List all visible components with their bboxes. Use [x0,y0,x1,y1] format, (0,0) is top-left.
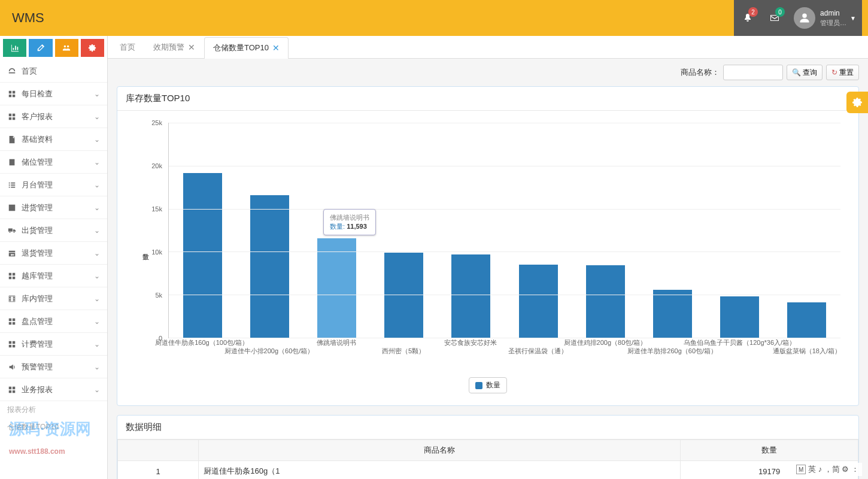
grid-icon [7,113,17,121]
sidebar-item[interactable]: 库内管理⌄ [0,287,107,310]
x-tick-label: 厨道佳牛肋条160g（100包/箱） [155,338,248,347]
bar[interactable] [183,173,222,338]
tab-close-icon[interactable]: ✕ [188,43,195,52]
bar-slot [706,123,773,338]
messages-button[interactable]: 0 [761,0,788,36]
pencil-icon [37,44,45,52]
bar[interactable] [519,265,558,338]
user-icon [799,12,811,24]
x-tick-label: 佛跳墙说明书 [317,338,356,347]
chart-panel-title: 库存数量TOP10 [117,87,858,111]
search-label: 商品名称： [681,67,720,78]
sidebar-item[interactable]: 预警管理⌄ [0,356,107,378]
bar-slot [169,123,236,338]
user-menu[interactable]: admin 管理员… ▼ [788,0,862,36]
sidebar-item[interactable]: 计费管理⌄ [0,333,107,356]
sidebar: 首页每日检查⌄客户报表⌄基础资料⌄储位管理⌄月台管理⌄进货管理⌄出货管理⌄退货管… [0,36,108,479]
bar[interactable] [787,302,826,338]
chart-panel: 库存数量TOP10 数量 05k10k15k20k25k 佛跳墙说明书数量: 1… [117,86,859,406]
table-row[interactable]: 1厨道佳牛肋条160g（119179 [118,461,858,480]
x-tick-label: 通版盆菜锅（18入/箱） [773,347,841,356]
return-icon [7,249,17,257]
sidebar-item[interactable]: 储位管理⌄ [0,151,107,174]
bar[interactable] [720,296,759,338]
gear-icon [852,97,863,108]
chevron-down-icon: ⌄ [94,181,100,189]
data-table: 商品名称数量 1厨道佳牛肋条160g（1191792厨道佳牛小排200g（616… [117,439,858,479]
search-button[interactable]: 🔍查询 [787,65,823,80]
user-role: 管理员… [820,19,846,27]
bar-slot [639,123,706,338]
sidebar-footer-2[interactable]: 仓储数量TOP10 [0,419,107,436]
x-tick-label: 圣祺行保温袋（通） [508,347,567,356]
nav-label: 退货管理 [22,248,94,259]
header-right: 2 0 admin 管理员… ▼ [734,0,862,36]
sidebar-item[interactable]: 进货管理⌄ [0,196,107,219]
settings-drawer-toggle[interactable] [846,92,868,113]
sidebar-item[interactable]: 盘点管理⌄ [0,310,107,333]
sidebar-item[interactable]: 出货管理⌄ [0,219,107,242]
x-tick-label: 西州密（5颗） [382,347,425,356]
sidebar-item[interactable]: 客户报表⌄ [0,105,107,128]
tool-settings-button[interactable] [81,39,104,57]
product-name-input[interactable] [723,65,783,80]
nav-label: 首页 [22,66,100,77]
users-icon [62,44,71,52]
bar-slot [773,123,840,338]
bar-slot [572,123,639,338]
truck-icon [7,226,17,235]
grid-icon [7,386,17,394]
tab[interactable]: 首页 [111,37,144,58]
tab-label: 仓储数量TOP10 [213,43,269,53]
tool-users-button[interactable] [55,39,78,57]
bar-slot [236,123,303,338]
row-name: 厨道佳牛肋条160g（1 [199,461,681,480]
table-panel-title: 数据明细 [117,416,858,439]
y-tick: 25k [151,119,162,126]
sidebar-toolbar [0,36,107,60]
reset-button[interactable]: ↻重置 [826,65,859,80]
user-text: admin 管理员… [820,9,846,27]
tool-chart-button[interactable] [3,39,26,57]
bar-slot [371,123,438,338]
sidebar-item[interactable]: 每日检查⌄ [0,83,107,105]
tab-label: 首页 [120,42,135,53]
tab[interactable]: 仓储数量TOP10✕ [204,37,289,59]
nav-label: 出货管理 [22,225,94,236]
bar[interactable] [250,195,289,338]
bar[interactable] [653,290,692,338]
legend-item[interactable]: 数量 [469,377,507,393]
sidebar-item[interactable]: 退货管理⌄ [0,242,107,265]
sidebar-item[interactable]: 基础资料⌄ [0,128,107,151]
chevron-down-icon: ⌄ [94,204,100,212]
tool-edit-button[interactable] [29,39,52,57]
table-panel: 数据明细 商品名称数量 1厨道佳牛肋条160g（1191792厨道佳牛小排200… [117,415,859,479]
sidebar-item[interactable]: 首页 [0,60,107,83]
tab-close-icon[interactable]: ✕ [272,43,280,53]
bar[interactable] [317,238,356,338]
bar[interactable] [451,254,490,338]
sidebar-item[interactable]: 越库管理⌄ [0,265,107,287]
chart-tooltip: 佛跳墙说明书数量: 11,593 [323,209,376,235]
sidebar-item[interactable]: 月台管理⌄ [0,174,107,196]
nav-label: 月台管理 [22,180,94,190]
notifications-button[interactable]: 2 [734,0,761,36]
grid-icon [7,90,17,98]
y-tick: 20k [151,162,162,169]
messages-badge: 0 [775,7,785,17]
dashboard-icon [7,67,17,75]
sidebar-item[interactable]: 业务报表⌄ [0,378,107,401]
chevron-down-icon: ⌄ [94,317,100,326]
chart-legend: 数量 [129,377,846,393]
nav-label: 进货管理 [22,202,94,213]
sidebar-footer-1[interactable]: 报表分析 [0,401,107,419]
avatar [794,7,815,29]
building-icon [7,158,17,166]
content-area: 商品名称： 🔍查询 ↻重置 库存数量TOP10 数量 05k10k15k20k2… [108,59,868,479]
tab[interactable]: 效期预警✕ [144,37,204,58]
bar[interactable] [586,265,625,338]
sound-icon [7,363,17,371]
chevron-down-icon: ▼ [850,15,856,22]
grid-line [169,123,840,123]
chevron-down-icon: ⌄ [94,158,100,166]
